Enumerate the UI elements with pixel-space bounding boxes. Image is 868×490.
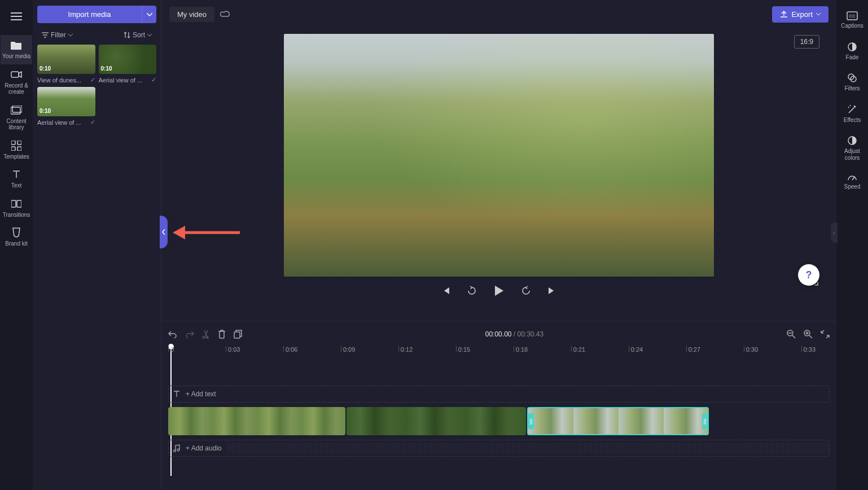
play-button[interactable]: [492, 285, 506, 297]
nav-content-library[interactable]: Content library: [1, 100, 32, 135]
sort-icon: [124, 32, 130, 38]
collapse-panel-button[interactable]: [160, 216, 168, 248]
import-media-button[interactable]: Import media: [37, 6, 142, 23]
media-item[interactable]: 0:10 Aerial view of ...✓: [99, 45, 157, 84]
undo-button[interactable]: [168, 330, 177, 339]
media-item[interactable]: 0:10 View of dunes...✓: [37, 45, 95, 84]
nav-label: Transitions: [3, 212, 30, 218]
nav-effects[interactable]: Effects: [838, 99, 867, 129]
add-text-label: + Add text: [186, 390, 216, 398]
media-thumbnail: 0:10: [99, 45, 157, 74]
import-media-dropdown[interactable]: [142, 6, 156, 23]
fade-icon: [847, 42, 857, 52]
video-clip-selected[interactable]: [527, 407, 709, 435]
media-panel: Import media Filter Sort 0:10 View of du…: [33, 0, 161, 490]
nav-speed[interactable]: Speed: [838, 168, 867, 196]
ruler-tick: 0:30: [744, 346, 758, 352]
chevron-left-icon: [162, 229, 165, 235]
nav-templates[interactable]: Templates: [1, 135, 32, 165]
nav-label: Effects: [844, 117, 861, 124]
collapse-right-panel-button[interactable]: ‹: [831, 222, 838, 243]
audio-track[interactable]: + Add audio: [168, 440, 830, 457]
filter-button[interactable]: Filter: [42, 31, 73, 39]
nav-record-create[interactable]: Record & create: [1, 64, 32, 100]
main-area: My video Export 16:9: [161, 0, 836, 490]
text-track[interactable]: + Add text: [168, 386, 830, 403]
nav-label: Speed: [844, 183, 861, 190]
chevron-down-icon: [147, 13, 152, 16]
svg-rect-7: [11, 200, 16, 207]
nav-fade[interactable]: Fade: [838, 36, 867, 67]
media-item[interactable]: 0:10 Aerial view of ...✓: [37, 87, 95, 126]
chevron-down-icon: [68, 34, 73, 37]
media-name: Aerial view of ...: [99, 77, 143, 84]
filters-icon: [847, 73, 857, 83]
brand-kit-icon: [11, 227, 22, 238]
zoom-out-button[interactable]: [787, 330, 796, 339]
ruler-tick: 0:21: [571, 346, 585, 352]
export-label: Export: [791, 10, 813, 19]
sort-label: Sort: [133, 31, 145, 39]
filter-icon: [42, 32, 49, 38]
upload-icon: [780, 10, 788, 18]
ruler-tick: 0: [168, 346, 174, 352]
ruler-tick: 0:33: [801, 346, 816, 352]
nav-your-media[interactable]: Your media: [1, 35, 32, 64]
timeline: 00:00.00 / 00:30.43 0 0:03 0:06 0:09 0:1…: [161, 321, 836, 490]
video-track: [168, 407, 830, 435]
captions-icon: CC: [847, 11, 858, 20]
media-thumbnail: 0:10: [37, 87, 95, 116]
video-clip[interactable]: [168, 407, 345, 435]
nav-filters[interactable]: Filters: [838, 67, 867, 98]
nav-label: Text: [11, 182, 21, 189]
hamburger-menu[interactable]: [5, 5, 28, 28]
nav-transitions[interactable]: Transitions: [1, 194, 32, 223]
check-icon: ✓: [90, 76, 95, 84]
nav-captions[interactable]: CC Captions: [838, 6, 867, 35]
audio-waveform: [227, 443, 829, 454]
nav-label: Adjust colors: [839, 148, 866, 161]
total-time: 00:30.43: [518, 330, 544, 338]
svg-rect-3: [11, 141, 15, 145]
help-button[interactable]: ?: [798, 264, 819, 286]
nav-text[interactable]: Text: [1, 164, 32, 194]
nav-label: Your media: [2, 53, 30, 60]
duplicate-button[interactable]: [234, 330, 242, 339]
ruler-tick: 0:18: [514, 346, 528, 352]
skip-start-button[interactable]: [440, 285, 452, 297]
video-preview[interactable]: [284, 34, 714, 277]
ruler-tick: 0:09: [341, 346, 355, 352]
nav-label: Filters: [844, 85, 860, 92]
ruler-tick: 0:27: [686, 346, 700, 352]
music-icon: [173, 444, 180, 452]
playback-controls: [440, 285, 558, 297]
media-duration: 0:10: [101, 65, 112, 72]
current-time: 00:00.00: [485, 330, 512, 338]
adjust-colors-icon: [847, 135, 857, 146]
templates-icon: [11, 140, 22, 151]
video-clip[interactable]: [347, 407, 526, 435]
check-icon: ✓: [90, 119, 95, 126]
delete-button[interactable]: [218, 330, 226, 339]
transitions-icon: [11, 198, 22, 209]
forward-button[interactable]: [520, 285, 532, 297]
speed-icon: [847, 173, 857, 181]
ruler-tick: 0:24: [629, 346, 643, 352]
nav-brand-kit[interactable]: Brand kit: [1, 222, 32, 252]
rewind-button[interactable]: [466, 285, 478, 297]
skip-end-button[interactable]: [546, 285, 558, 297]
fit-timeline-button[interactable]: [821, 330, 830, 339]
export-button[interactable]: Export: [772, 6, 828, 23]
text-icon: [173, 391, 180, 397]
zoom-in-button[interactable]: [804, 330, 813, 339]
split-button[interactable]: [202, 330, 210, 339]
sort-button[interactable]: Sort: [124, 31, 152, 39]
effects-icon: [847, 104, 857, 115]
nav-label: Fade: [846, 54, 859, 61]
project-title[interactable]: My video: [169, 7, 214, 22]
redo-button[interactable]: [185, 330, 194, 339]
left-nav: Your media Record & create Content libra…: [0, 0, 33, 490]
library-icon: [11, 104, 22, 116]
nav-adjust-colors[interactable]: Adjust colors: [838, 130, 867, 167]
timeline-ruler[interactable]: 0 0:03 0:06 0:09 0:12 0:15 0:18 0:21 0:2…: [168, 346, 830, 363]
